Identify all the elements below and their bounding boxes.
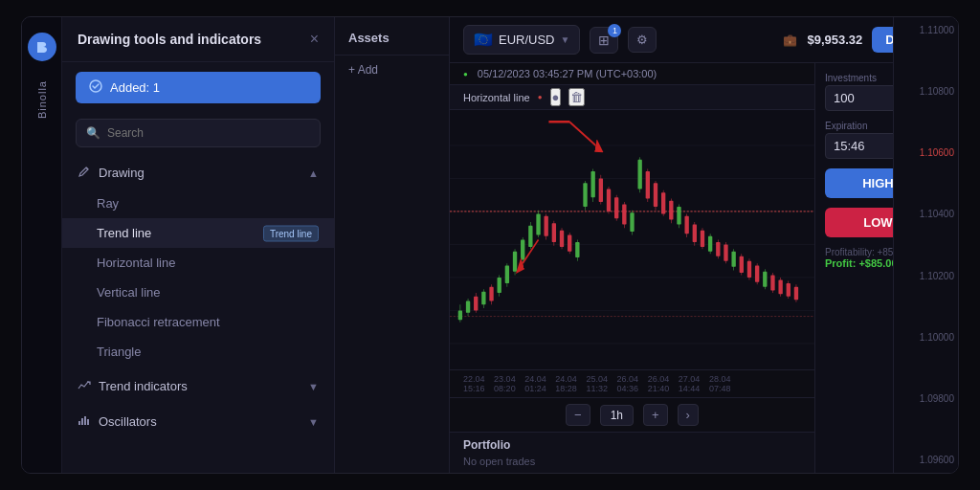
svg-rect-29 bbox=[513, 252, 517, 272]
main-container: Binolla Drawing tools and indicators × A… bbox=[21, 16, 959, 474]
wallet-icon: 💼 bbox=[783, 33, 797, 47]
top-bar: 🇪🇺 EUR/USD ▼ ⊞ 1 ⚙ 💼 $9,953.32 Deposit bbox=[450, 17, 958, 63]
sidebar-logo: Binolla bbox=[22, 17, 62, 473]
svg-rect-3 bbox=[84, 416, 86, 425]
logo-icon bbox=[28, 33, 56, 61]
svg-rect-2 bbox=[81, 418, 83, 425]
indicator-count-badge: 1 bbox=[608, 24, 621, 37]
search-input[interactable] bbox=[107, 126, 310, 140]
price-7: 1.09800 bbox=[898, 393, 954, 404]
svg-rect-39 bbox=[552, 223, 556, 242]
status-dot: ● bbox=[463, 70, 468, 78]
logo-label: Binolla bbox=[36, 80, 48, 119]
zoom-out-button[interactable]: − bbox=[566, 404, 590, 426]
next-button[interactable]: › bbox=[678, 404, 699, 426]
svg-rect-63 bbox=[646, 171, 650, 198]
panel-title: Drawing tools and indicators bbox=[78, 32, 261, 47]
svg-rect-51 bbox=[599, 178, 603, 202]
svg-rect-47 bbox=[583, 183, 587, 207]
chart-type-button[interactable]: ⚙ bbox=[628, 27, 657, 53]
svg-line-104 bbox=[569, 122, 595, 145]
drawing-item-triangle[interactable]: Triangle bbox=[62, 337, 334, 367]
oscillators-header[interactable]: Oscillators ▼ bbox=[62, 406, 334, 437]
horizontal-line-toolbar: Horizontal line ● ● 🗑 bbox=[450, 85, 814, 110]
svg-rect-65 bbox=[654, 183, 657, 207]
svg-rect-43 bbox=[568, 235, 571, 252]
currency-chevron: ▼ bbox=[561, 34, 570, 45]
search-box: 🔍 bbox=[76, 119, 321, 147]
balance-value: $9,953.32 bbox=[807, 33, 862, 47]
svg-rect-81 bbox=[716, 242, 720, 256]
added-icon bbox=[89, 79, 102, 96]
horizontal-line-label: Horizontal line bbox=[463, 92, 530, 103]
portfolio-empty: No open trades bbox=[463, 456, 801, 467]
indicators-button[interactable]: ⊞ 1 bbox=[590, 27, 618, 54]
panel-header: Drawing tools and indicators × bbox=[62, 17, 334, 62]
drawing-section-label: Drawing bbox=[99, 166, 145, 180]
drawing-chevron: ▲ bbox=[308, 167, 319, 179]
price-6: 1.10000 bbox=[898, 332, 954, 343]
drawing-item-horizontal[interactable]: Horizontal line bbox=[62, 248, 334, 278]
chart-controls: − 1h + › bbox=[450, 397, 814, 432]
price-5: 1.10200 bbox=[898, 271, 954, 281]
add-asset-button[interactable]: + Add bbox=[335, 56, 449, 84]
drawing-item-vertical[interactable]: Vertical line bbox=[62, 278, 334, 307]
assets-panel: Assets + Add bbox=[335, 17, 450, 473]
svg-rect-85 bbox=[731, 252, 735, 267]
svg-rect-15 bbox=[458, 310, 462, 320]
time-label-1: 23.04 08:20 bbox=[494, 374, 524, 393]
added-badge[interactable]: Added: 1 bbox=[76, 72, 321, 103]
chart-area: ● 05/12/2023 03:45:27 PM (UTC+03:00) Hor… bbox=[450, 63, 814, 473]
svg-rect-89 bbox=[747, 261, 751, 278]
drawing-item-fibonacci[interactable]: Fibonacci retracement bbox=[62, 307, 334, 337]
price-3: 1.10600 bbox=[898, 147, 954, 158]
time-label-5: 26.04 04:36 bbox=[617, 374, 648, 393]
drawing-item-ray[interactable]: Ray bbox=[62, 189, 334, 218]
svg-rect-41 bbox=[560, 231, 564, 247]
time-label-2: 24.04 01:24 bbox=[524, 374, 555, 393]
trend-indicators-header[interactable]: Trend indicators ▼ bbox=[62, 370, 334, 402]
svg-rect-99 bbox=[787, 283, 791, 297]
svg-rect-75 bbox=[693, 224, 697, 241]
timeframe-button[interactable]: 1h bbox=[600, 405, 634, 426]
time-label-6: 26.04 21:40 bbox=[648, 374, 679, 393]
chart-canvas[interactable] bbox=[450, 110, 814, 369]
svg-rect-19 bbox=[474, 297, 478, 311]
price-2: 1.10800 bbox=[898, 86, 954, 97]
svg-rect-23 bbox=[489, 287, 493, 301]
drawing-item-trendline[interactable]: Trend line Trend line bbox=[62, 218, 334, 248]
pen-icon bbox=[78, 165, 91, 181]
drawing-panel: Drawing tools and indicators × Added: 1 … bbox=[62, 17, 335, 473]
svg-rect-97 bbox=[778, 279, 782, 294]
oscillators-label: Oscillators bbox=[99, 414, 157, 429]
svg-rect-101 bbox=[794, 287, 798, 301]
investments-value: 100 bbox=[834, 91, 855, 105]
svg-rect-77 bbox=[701, 231, 704, 247]
time-axis: 22.04 15:16 23.04 08:20 24.04 01:24 24.0… bbox=[450, 369, 814, 397]
svg-rect-67 bbox=[661, 192, 665, 213]
drawing-section-header[interactable]: Drawing ▲ bbox=[62, 157, 334, 189]
svg-rect-87 bbox=[740, 256, 744, 273]
svg-rect-95 bbox=[770, 275, 774, 290]
svg-rect-21 bbox=[481, 292, 485, 305]
time-label-0: 22.04 15:16 bbox=[463, 374, 494, 393]
svg-rect-1 bbox=[78, 421, 80, 425]
svg-rect-53 bbox=[607, 189, 611, 212]
currency-selector[interactable]: 🇪🇺 EUR/USD ▼ bbox=[463, 25, 580, 55]
svg-rect-31 bbox=[521, 240, 524, 260]
time-label-7: 27.04 14:44 bbox=[679, 374, 709, 393]
portfolio-title: Portfolio bbox=[463, 438, 801, 452]
svg-rect-49 bbox=[591, 171, 595, 197]
main-content: Assets + Add 🇪🇺 EUR/USD ▼ ⊞ 1 ⚙ bbox=[335, 17, 958, 473]
price-4: 1.10400 bbox=[898, 209, 954, 219]
time-label-3: 24.04 18:28 bbox=[555, 374, 586, 393]
close-panel-button[interactable]: × bbox=[310, 31, 319, 48]
line-delete-button[interactable]: 🗑 bbox=[568, 88, 585, 106]
svg-rect-17 bbox=[466, 301, 470, 313]
price-axis: 1.11000 1.10800 1.10600 1.10400 1.10200 … bbox=[893, 63, 958, 473]
line-settings-button[interactable]: ● bbox=[550, 88, 562, 106]
chart-datetime: 05/12/2023 03:45:27 PM (UTC+03:00) bbox=[478, 68, 657, 79]
svg-rect-73 bbox=[684, 216, 688, 234]
oscillators-icon bbox=[78, 413, 91, 430]
zoom-in-button[interactable]: + bbox=[643, 404, 668, 426]
